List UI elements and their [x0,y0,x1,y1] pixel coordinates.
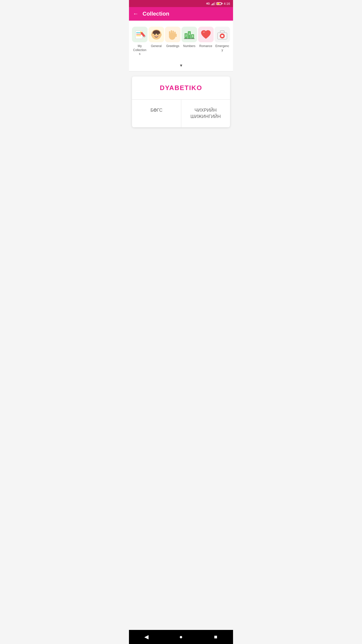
card-translation-left: БӨГС [132,100,181,127]
category-label-greetings: Greetings [166,44,179,48]
svg-text:1: 1 [189,32,190,35]
app-header: ← Collection [129,7,233,21]
category-item-emergency[interactable]: Emergency [214,26,231,53]
network-badge: 4G [206,2,210,5]
svg-point-10 [154,35,154,36]
category-label-emergency: Emergency [215,44,230,52]
svg-text:2: 2 [185,34,187,37]
emergency-icon [214,27,230,42]
status-time: 4:16 [224,2,230,6]
svg-point-12 [151,34,153,36]
svg-point-8 [154,34,155,35]
flash-card[interactable]: DYABETIKO БӨГС ЧИХРИЙН ШИЖИНГИЙН [132,76,230,127]
svg-point-9 [157,34,158,35]
greetings-icon [165,27,180,42]
category-label-my-collections: My Collections [132,44,147,56]
page-title: Collection [143,11,169,17]
category-row: My Collections [131,26,231,57]
card-translations: БӨГС ЧИХРИЙН ШИЖИНГИЙН [132,100,230,127]
svg-rect-31 [221,35,223,36]
status-bar: 4G ⚡ 4:16 [129,0,233,7]
back-button[interactable]: ← [133,11,139,17]
chevron-down-section[interactable]: ▾ [129,60,233,71]
card-word-section: DYABETIKO [132,76,230,100]
category-item-greetings[interactable]: Greetings [164,26,181,49]
category-section: My Collections [129,21,233,60]
svg-rect-16 [171,30,172,36]
svg-text:3: 3 [192,35,193,38]
category-label-numbers: Numbers [183,44,196,48]
category-item-general[interactable]: General [148,26,165,49]
category-label-general: General [151,44,162,48]
chevron-down-icon: ▾ [180,63,182,68]
battery-icon: ⚡ [216,2,222,5]
card-area: DYABETIKO БӨГС ЧИХРИЙН ШИЖИНГИЙН [129,71,233,132]
card-word: DYABETIKO [160,84,202,92]
category-label-romance: Romance [199,44,212,48]
svg-rect-19 [175,34,177,37]
translation-text-left: БӨГС [150,108,162,113]
card-translation-right: ЧИХРИЙН ШИЖИНГИЙН [181,100,230,127]
svg-rect-17 [172,31,174,36]
category-item-romance[interactable]: Romance [198,26,214,49]
translation-text-right: ЧИХРИЙН ШИЖИНГИЙН [190,108,221,119]
svg-rect-15 [169,31,170,36]
svg-point-11 [158,35,159,36]
numbers-icon: 1 2 3 [182,27,197,42]
my-collections-icon [132,27,148,42]
category-item-my-collections[interactable]: My Collections [131,26,148,57]
status-icons: 4G ⚡ 4:16 [206,2,230,6]
category-item-numbers[interactable]: 1 2 3 Numbers [181,26,198,49]
romance-icon [198,27,214,42]
general-icon [149,27,164,42]
svg-point-13 [160,34,162,36]
signal-icon [211,2,215,5]
